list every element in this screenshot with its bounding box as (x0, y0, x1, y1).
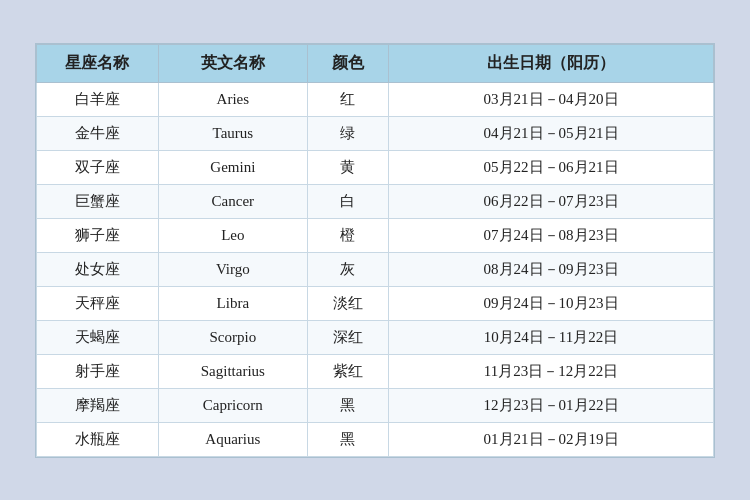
table-row: 天秤座Libra淡红09月24日－10月23日 (37, 286, 714, 320)
table-row: 天蝎座Scorpio深红10月24日－11月22日 (37, 320, 714, 354)
cell-color: 橙 (307, 218, 388, 252)
cell-english: Aries (158, 82, 307, 116)
cell-english: Taurus (158, 116, 307, 150)
cell-color: 红 (307, 82, 388, 116)
cell-chinese: 水瓶座 (37, 422, 159, 456)
table-row: 白羊座Aries红03月21日－04月20日 (37, 82, 714, 116)
table-header-row: 星座名称 英文名称 颜色 出生日期（阳历） (37, 44, 714, 82)
table-row: 处女座Virgo灰08月24日－09月23日 (37, 252, 714, 286)
header-chinese: 星座名称 (37, 44, 159, 82)
cell-chinese: 处女座 (37, 252, 159, 286)
cell-english: Libra (158, 286, 307, 320)
cell-english: Scorpio (158, 320, 307, 354)
cell-chinese: 双子座 (37, 150, 159, 184)
cell-chinese: 金牛座 (37, 116, 159, 150)
table-row: 摩羯座Capricorn黑12月23日－01月22日 (37, 388, 714, 422)
cell-english: Cancer (158, 184, 307, 218)
cell-color: 深红 (307, 320, 388, 354)
cell-chinese: 天秤座 (37, 286, 159, 320)
table-row: 巨蟹座Cancer白06月22日－07月23日 (37, 184, 714, 218)
cell-chinese: 巨蟹座 (37, 184, 159, 218)
cell-color: 灰 (307, 252, 388, 286)
cell-date: 08月24日－09月23日 (389, 252, 714, 286)
cell-english: Virgo (158, 252, 307, 286)
table-row: 双子座Gemini黄05月22日－06月21日 (37, 150, 714, 184)
cell-chinese: 射手座 (37, 354, 159, 388)
cell-date: 07月24日－08月23日 (389, 218, 714, 252)
cell-color: 黑 (307, 388, 388, 422)
zodiac-table: 星座名称 英文名称 颜色 出生日期（阳历） 白羊座Aries红03月21日－04… (36, 44, 714, 457)
cell-date: 10月24日－11月22日 (389, 320, 714, 354)
cell-color: 紫红 (307, 354, 388, 388)
header-date: 出生日期（阳历） (389, 44, 714, 82)
cell-english: Aquarius (158, 422, 307, 456)
cell-chinese: 摩羯座 (37, 388, 159, 422)
header-color: 颜色 (307, 44, 388, 82)
cell-date: 05月22日－06月21日 (389, 150, 714, 184)
cell-date: 04月21日－05月21日 (389, 116, 714, 150)
table-row: 射手座Sagittarius紫红11月23日－12月22日 (37, 354, 714, 388)
table-row: 水瓶座Aquarius黑01月21日－02月19日 (37, 422, 714, 456)
cell-date: 01月21日－02月19日 (389, 422, 714, 456)
cell-color: 淡红 (307, 286, 388, 320)
cell-date: 12月23日－01月22日 (389, 388, 714, 422)
cell-date: 11月23日－12月22日 (389, 354, 714, 388)
cell-color: 白 (307, 184, 388, 218)
cell-english: Gemini (158, 150, 307, 184)
cell-english: Capricorn (158, 388, 307, 422)
header-english: 英文名称 (158, 44, 307, 82)
table-row: 金牛座Taurus绿04月21日－05月21日 (37, 116, 714, 150)
cell-chinese: 白羊座 (37, 82, 159, 116)
table-body: 白羊座Aries红03月21日－04月20日金牛座Taurus绿04月21日－0… (37, 82, 714, 456)
cell-english: Leo (158, 218, 307, 252)
cell-chinese: 狮子座 (37, 218, 159, 252)
table-row: 狮子座Leo橙07月24日－08月23日 (37, 218, 714, 252)
cell-english: Sagittarius (158, 354, 307, 388)
cell-color: 黄 (307, 150, 388, 184)
cell-chinese: 天蝎座 (37, 320, 159, 354)
cell-date: 09月24日－10月23日 (389, 286, 714, 320)
cell-color: 绿 (307, 116, 388, 150)
cell-date: 06月22日－07月23日 (389, 184, 714, 218)
cell-color: 黑 (307, 422, 388, 456)
cell-date: 03月21日－04月20日 (389, 82, 714, 116)
zodiac-table-container: 星座名称 英文名称 颜色 出生日期（阳历） 白羊座Aries红03月21日－04… (35, 43, 715, 458)
